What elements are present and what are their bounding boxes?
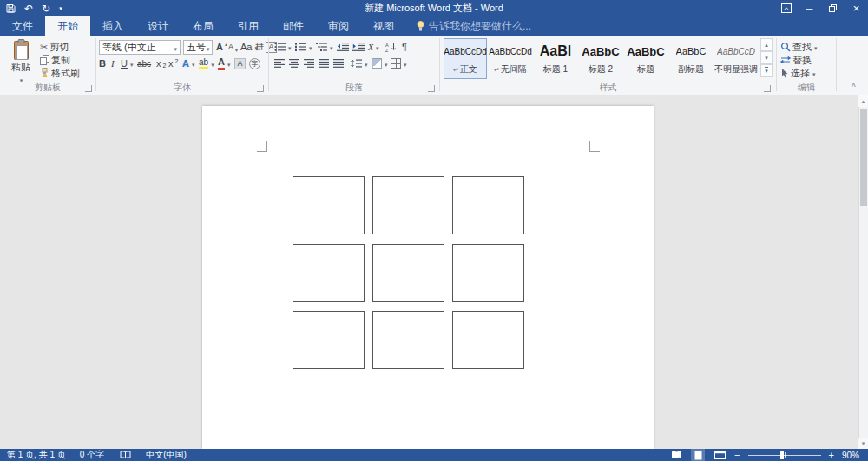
tab-review[interactable]: 审阅 xyxy=(316,16,361,36)
multilevel-list-button[interactable] xyxy=(316,40,333,54)
tell-me-box[interactable]: 告诉我你想要做什么... xyxy=(417,16,531,36)
subscript-button[interactable]: x2 xyxy=(156,56,166,70)
grid-cell[interactable] xyxy=(293,244,365,302)
italic-button[interactable]: I xyxy=(111,56,115,70)
justify-button[interactable] xyxy=(319,56,329,70)
print-layout-button[interactable] xyxy=(691,449,705,461)
enclose-characters-button[interactable]: 字 xyxy=(249,56,260,70)
zoom-out-button[interactable]: − xyxy=(734,451,740,460)
shading-button[interactable] xyxy=(372,56,388,70)
tab-file[interactable]: 文件 xyxy=(0,16,45,36)
scroll-down-arrow[interactable]: ▾ xyxy=(858,438,868,449)
font-group-label: 字体 xyxy=(97,82,268,94)
cut-button[interactable]: ✂ 剪切 xyxy=(40,40,69,54)
font-size-combo[interactable]: 五号 xyxy=(183,40,213,55)
tab-references[interactable]: 引用 xyxy=(226,16,271,36)
grid-cell[interactable] xyxy=(372,244,444,302)
scroll-up-arrow[interactable]: ▴ xyxy=(858,95,868,107)
borders-button[interactable] xyxy=(391,56,407,70)
zoom-in-button[interactable]: + xyxy=(829,451,834,460)
superscript-button[interactable]: x2 xyxy=(168,56,178,70)
font-name-dropdown[interactable] xyxy=(173,43,177,53)
font-color-button[interactable]: A xyxy=(218,56,230,70)
phonetic-guide-button[interactable]: 拼 xyxy=(255,40,264,54)
sort-button[interactable]: AZ xyxy=(385,40,397,54)
styles-scroll-up[interactable]: ▴ xyxy=(760,38,773,51)
select-button[interactable]: 选择 xyxy=(780,66,816,80)
character-shading-button[interactable]: A xyxy=(234,56,246,70)
scrollbar-thumb[interactable] xyxy=(860,109,867,206)
style-subtitle[interactable]: AaBbC 副标题 xyxy=(669,38,713,79)
bold-button[interactable]: B xyxy=(99,56,106,70)
read-mode-button[interactable] xyxy=(669,449,683,461)
copy-icon xyxy=(40,55,49,65)
grid-cell[interactable] xyxy=(452,244,524,302)
underline-button[interactable]: U xyxy=(121,56,133,70)
styles-scroll-down[interactable]: ▾ xyxy=(760,51,773,64)
grid-cell[interactable] xyxy=(372,311,444,369)
document-page[interactable] xyxy=(202,106,654,449)
find-button[interactable]: 查找 xyxy=(780,40,818,54)
style-title[interactable]: AaBbC 标题 xyxy=(624,38,667,79)
align-left-button[interactable] xyxy=(274,56,285,70)
group-divider xyxy=(95,38,96,91)
style-normal[interactable]: AaBbCcDd ↵正文 xyxy=(444,38,487,79)
web-layout-button[interactable] xyxy=(713,449,727,461)
grow-font-button[interactable]: A▴ xyxy=(216,40,227,54)
grid-cell[interactable] xyxy=(293,176,365,234)
strikethrough-button[interactable]: abc xyxy=(137,56,151,70)
align-right-button[interactable] xyxy=(304,56,314,70)
style-subtle-emphasis[interactable]: AaBbCcD 不明显强调 xyxy=(714,38,758,79)
font-size-dropdown[interactable] xyxy=(206,43,210,53)
copy-button[interactable]: 复制 xyxy=(40,53,70,67)
numbering-button[interactable] xyxy=(295,40,312,54)
zoom-slider-thumb[interactable] xyxy=(780,451,784,459)
grid-cell[interactable] xyxy=(372,176,444,234)
tab-mailings[interactable]: 邮件 xyxy=(271,16,316,36)
language-indicator[interactable]: 中文(中国) xyxy=(146,449,187,461)
zoom-slider[interactable] xyxy=(748,449,821,461)
style-no-spacing[interactable]: AaBbCcDd ↵无间隔 xyxy=(489,38,532,79)
styles-dialog-launcher[interactable] xyxy=(764,85,771,92)
ribbon-display-options-icon[interactable] xyxy=(774,0,798,16)
highlight-color-button[interactable]: ab xyxy=(199,56,214,70)
collapse-ribbon-button[interactable]: ^ xyxy=(852,80,856,94)
shrink-font-button[interactable]: A▾ xyxy=(228,40,238,54)
tab-layout[interactable]: 布局 xyxy=(181,16,226,36)
paste-button[interactable]: 粘贴 xyxy=(5,39,36,84)
minimize-button[interactable]: ─ xyxy=(798,0,821,16)
distribute-button[interactable] xyxy=(333,56,344,70)
grid-cell[interactable] xyxy=(452,311,524,369)
format-painter-button[interactable]: 格式刷 xyxy=(40,66,80,80)
tab-home[interactable]: 开始 xyxy=(45,16,90,36)
align-center-button[interactable] xyxy=(289,56,299,70)
text-effects-button[interactable]: A xyxy=(182,56,194,70)
style-heading-2[interactable]: AaBbC 标题 2 xyxy=(579,38,622,79)
line-spacing-button[interactable] xyxy=(351,56,368,70)
close-button[interactable]: × xyxy=(845,0,868,16)
grid-cell[interactable] xyxy=(293,311,365,369)
paragraph-dialog-launcher[interactable] xyxy=(428,85,435,92)
grid-cell[interactable] xyxy=(452,176,524,234)
styles-gallery-more[interactable]: ▾ xyxy=(760,64,773,77)
tab-design[interactable]: 设计 xyxy=(135,16,181,36)
page-indicator[interactable]: 第 1 页, 共 1 页 xyxy=(7,449,66,461)
asian-layout-button[interactable]: X xyxy=(368,40,379,54)
paragraph-group-label: 段落 xyxy=(269,82,439,94)
font-name-combo[interactable]: 等线 (中文正 xyxy=(99,40,181,55)
word-count[interactable]: 0 个字 xyxy=(80,449,104,461)
restore-button[interactable] xyxy=(821,0,845,16)
decrease-indent-button[interactable] xyxy=(337,40,349,54)
replace-button[interactable]: 替换 xyxy=(780,53,812,67)
show-hide-marks-button[interactable]: ¶ xyxy=(402,40,407,54)
tab-insert[interactable]: 插入 xyxy=(90,16,135,36)
margin-crop-mark-top-right xyxy=(589,141,600,152)
tab-view[interactable]: 视图 xyxy=(361,16,406,36)
clipboard-dialog-launcher[interactable] xyxy=(85,85,92,92)
bullets-button[interactable] xyxy=(274,40,292,54)
style-heading-1[interactable]: AaBl 标题 1 xyxy=(534,38,577,79)
increase-indent-button[interactable] xyxy=(352,40,365,54)
proofing-icon[interactable] xyxy=(118,449,132,461)
zoom-level[interactable]: 90% xyxy=(842,451,859,460)
font-dialog-launcher[interactable] xyxy=(257,85,264,92)
